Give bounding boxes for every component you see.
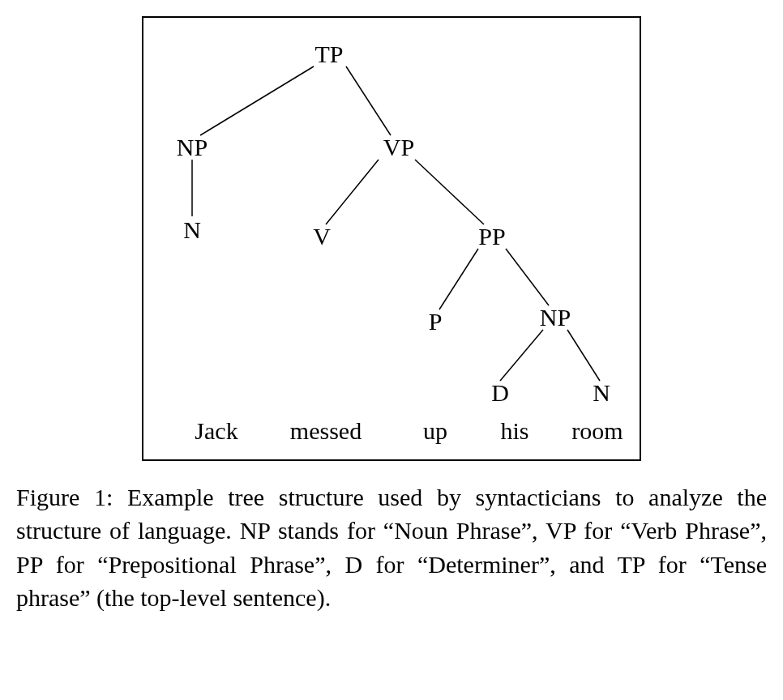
word-messed: messed — [290, 419, 362, 443]
node-pp: PP — [478, 224, 505, 249]
word-up: up — [423, 419, 447, 443]
tree-edges — [143, 18, 640, 459]
node-n2: N — [593, 381, 610, 405]
figure-caption: Figure 1: Example tree structure used by… — [16, 480, 767, 615]
node-p: P — [429, 309, 443, 334]
word-jack: Jack — [195, 419, 237, 443]
svg-line-3 — [326, 160, 379, 224]
svg-line-4 — [415, 160, 484, 224]
node-np2: NP — [540, 305, 571, 330]
node-vp: VP — [383, 135, 414, 160]
node-np1: NP — [177, 135, 208, 160]
svg-line-1 — [346, 66, 391, 135]
svg-line-5 — [439, 249, 478, 309]
word-room: room — [571, 419, 623, 443]
node-v: V — [313, 224, 331, 249]
syntax-tree-figure: TP NP VP N V PP P NP D N Jack messed up … — [142, 16, 641, 461]
node-tp: TP — [314, 42, 343, 66]
node-n1: N — [183, 218, 201, 242]
node-d: D — [491, 381, 509, 405]
svg-line-8 — [567, 330, 600, 381]
svg-line-6 — [506, 249, 549, 305]
svg-line-7 — [500, 330, 543, 381]
word-his: his — [500, 419, 528, 443]
svg-line-0 — [200, 66, 314, 135]
